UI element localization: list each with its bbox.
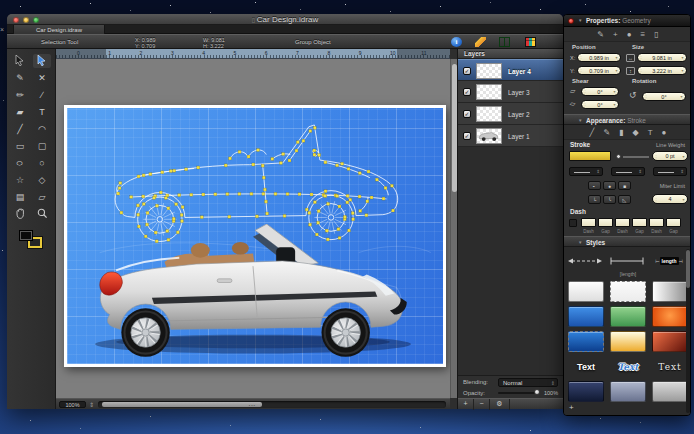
document-tab-icon[interactable]: ▯	[654, 30, 658, 39]
style-length-line[interactable]	[609, 252, 645, 270]
panel-close-button[interactable]	[568, 18, 574, 24]
width-field[interactable]: ∶9.081 in▾	[637, 53, 687, 62]
rounded-rect-tool[interactable]: ▢	[33, 139, 51, 153]
tab-car-design[interactable]: × Car Design.idraw	[13, 25, 105, 34]
anchor-point[interactable]	[185, 168, 188, 171]
text-style-tab-icon[interactable]: T	[648, 128, 653, 137]
anchor-point[interactable]	[365, 214, 368, 217]
fill-tab-icon[interactable]: ▮	[619, 128, 623, 137]
position-tab-icon[interactable]: +	[613, 30, 618, 39]
remove-layer-button[interactable]: −	[474, 399, 490, 410]
anchor-point[interactable]	[181, 220, 184, 223]
anchor-point[interactable]	[261, 164, 264, 167]
cap-round-button[interactable]: ●	[603, 181, 616, 190]
style-swatch-gold[interactable]	[610, 331, 646, 352]
brush-tab-icon[interactable]: ✎	[603, 128, 610, 137]
styles-header[interactable]: ▼ Styles	[564, 236, 691, 247]
anchor-point[interactable]	[262, 176, 265, 179]
anchor-point[interactable]	[308, 211, 311, 214]
end-marker-select[interactable]: ⇕	[653, 167, 687, 176]
dash-checkbox[interactable]	[569, 219, 577, 227]
anchor-point[interactable]	[313, 153, 316, 156]
anchor-point[interactable]	[155, 204, 158, 207]
add-style-button[interactable]: +	[569, 403, 574, 412]
anchor-point[interactable]	[346, 201, 349, 204]
title-bar[interactable]: ▯ Car Design.idraw	[7, 14, 563, 25]
anchor-point[interactable]	[324, 190, 327, 193]
vertical-scrollbar[interactable]	[450, 59, 457, 398]
anchor-point[interactable]	[263, 188, 266, 191]
group-object-button[interactable]: Group Object	[295, 39, 331, 45]
styles-scrollbar-thumb[interactable]	[686, 250, 690, 288]
horizontal-scrollbar-thumb[interactable]: •••	[102, 402, 262, 407]
anchor-point[interactable]	[228, 215, 231, 218]
anchor-point[interactable]	[343, 215, 346, 218]
join-miter-button[interactable]: └	[588, 195, 601, 204]
dash-field-4[interactable]	[632, 218, 647, 227]
layer-visibility-checkbox[interactable]: ✓	[463, 132, 471, 140]
anchor-point[interactable]	[214, 193, 217, 196]
opacity-slider[interactable]	[498, 392, 538, 394]
anchor-point[interactable]	[175, 203, 178, 206]
canvas[interactable]	[56, 59, 450, 398]
line-segment-tool[interactable]: ∕	[33, 88, 51, 102]
anchor-point[interactable]	[238, 192, 241, 195]
cap-square-button[interactable]: ■	[618, 181, 631, 190]
style-swatch-blue-dashed[interactable]	[568, 331, 604, 352]
anchor-point[interactable]	[382, 197, 385, 200]
style-swatch-green[interactable]	[610, 306, 646, 327]
anchor-point[interactable]	[317, 210, 320, 213]
style-swatch-gray-gradient[interactable]	[652, 281, 688, 302]
eraser-tab-icon[interactable]: ◆	[633, 128, 639, 137]
shadow-tab-icon[interactable]: ●	[662, 128, 667, 137]
circle-tool[interactable]: ○	[33, 156, 51, 170]
layer-visibility-checkbox[interactable]: ✓	[463, 110, 471, 118]
opacity-slider-knob[interactable]	[534, 389, 540, 395]
anchor-point[interactable]	[358, 172, 361, 175]
rect-tool[interactable]: ▭	[11, 139, 29, 153]
anchor-point[interactable]	[178, 194, 181, 197]
polygon-tool[interactable]: ◇	[33, 173, 51, 187]
anchor-point[interactable]	[286, 193, 289, 196]
layer-row-2[interactable]: ✓ Layer 2	[458, 103, 564, 125]
anchor-point[interactable]	[336, 164, 339, 167]
anchor-point[interactable]	[255, 215, 258, 218]
anchor-point[interactable]	[352, 218, 355, 221]
anchor-point[interactable]	[229, 157, 232, 160]
text-tool[interactable]: T	[33, 105, 51, 119]
anchor-point[interactable]	[351, 212, 354, 215]
anchor-point[interactable]	[347, 167, 350, 170]
layer-visibility-checkbox[interactable]: ✓	[463, 67, 471, 75]
anchor-point[interactable]	[118, 187, 121, 190]
tab-close-icon[interactable]: ×	[0, 26, 4, 33]
style-swatch-white[interactable]	[568, 281, 604, 302]
style-text-bold[interactable]: Text	[568, 356, 604, 377]
anchor-point[interactable]	[302, 139, 305, 142]
shear-h-field[interactable]: ∶0°▾	[581, 87, 619, 96]
anchor-point[interactable]	[324, 161, 327, 164]
properties-title-bar[interactable]: ▼ Properties: Geometry	[564, 15, 691, 27]
anchor-point[interactable]	[310, 193, 313, 196]
dash-field-3[interactable]	[615, 218, 630, 227]
x-field[interactable]: ∶0.989 in▾	[577, 53, 621, 62]
style-swatch-orange[interactable]	[652, 306, 688, 327]
ellipse-tool[interactable]: ○	[11, 156, 29, 170]
anchor-point[interactable]	[161, 171, 164, 174]
style-swatch-white-dashed[interactable]	[610, 281, 646, 302]
align-tab-icon[interactable]: ≡	[641, 30, 646, 39]
anchor-point[interactable]	[274, 192, 277, 195]
anchor-point[interactable]	[349, 198, 352, 201]
zoom-tool[interactable]	[33, 207, 51, 221]
layer-visibility-checkbox[interactable]: ✓	[463, 88, 471, 96]
anchor-point[interactable]	[279, 162, 282, 165]
anchor-point[interactable]	[169, 170, 172, 173]
style-swatch-navy[interactable]	[568, 381, 604, 402]
anchor-point[interactable]	[313, 149, 316, 152]
info-icon[interactable]: i	[451, 37, 462, 47]
anchor-point[interactable]	[137, 204, 140, 207]
anchor-point[interactable]	[226, 193, 229, 196]
anchor-point[interactable]	[295, 149, 298, 152]
layer-row-4[interactable]: ✓ Layer 4	[458, 59, 564, 81]
layer-row-3[interactable]: ✓ Layer 3	[458, 81, 564, 103]
anchor-point[interactable]	[247, 155, 250, 158]
